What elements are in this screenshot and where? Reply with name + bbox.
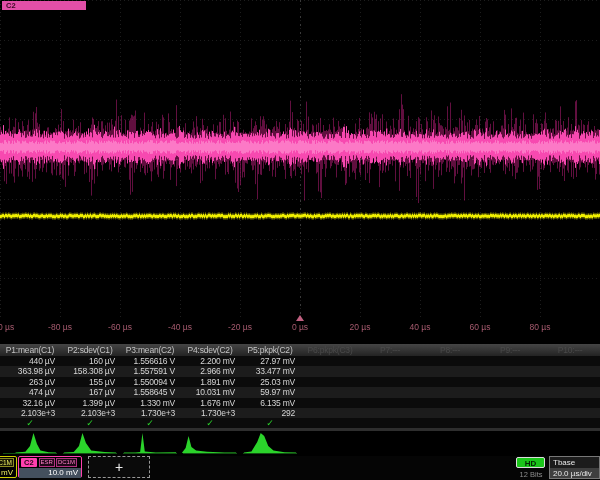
measure-cell-P10-value: [540, 356, 600, 366]
measure-cell-P6-num: [300, 408, 360, 418]
measure-header-P10[interactable]: P10:---: [540, 344, 600, 356]
measure-cell-P6-min: [300, 377, 360, 387]
measure-header-P5[interactable]: P5:pkpk(C2): [240, 344, 300, 356]
measure-cell-P4-mean: 2.966 mV: [180, 366, 240, 376]
measure-row-mean: 363.98 µV158.308 µV1.557591 V2.966 mV33.…: [0, 366, 600, 376]
measure-cell-P9-value: [480, 356, 540, 366]
measure-status-P7: [360, 418, 420, 428]
measure-cell-P8-num: [420, 408, 480, 418]
timebase-label: Tbase: [550, 457, 599, 468]
measure-cell-P2-value: 160 µV: [60, 356, 120, 366]
c2-coupling-tag: DC1M: [56, 458, 77, 467]
measure-header-P3[interactable]: P3:mean(C2): [120, 344, 180, 356]
time-axis-label: 40 µs: [410, 322, 431, 332]
measure-cell-P3-num: 1.730e+3: [120, 408, 180, 418]
add-trace-button[interactable]: +: [88, 456, 150, 478]
hd-mode-button[interactable]: HD: [516, 457, 545, 468]
measure-cell-P10-mean: [540, 366, 600, 376]
measure-cell-P2-sdev: 1.399 µV: [60, 398, 120, 408]
measure-cell-P7-max: [360, 387, 420, 397]
measure-row-num: 2.103e+32.103e+31.730e+31.730e+3292: [0, 408, 600, 418]
measure-cell-P6-value: [300, 356, 360, 366]
measure-cell-P4-value: 2.200 mV: [180, 356, 240, 366]
measure-cell-P1-num: 2.103e+3: [0, 408, 60, 418]
measure-header-P6[interactable]: P6:pkpk(C3): [300, 344, 360, 356]
time-axis-label: 0 µs: [292, 322, 308, 332]
measure-row-status: ✓✓✓✓✓: [0, 418, 600, 428]
bottom-bar: C1 DC1M 10.0 mV C2 ESR DC1M 10.0 mV + HD…: [0, 456, 600, 480]
time-axis-label: -40 µs: [168, 322, 192, 332]
measure-header-P8[interactable]: P8:---: [420, 344, 480, 356]
measure-cell-P5-min: 25.03 mV: [240, 377, 300, 387]
trigger-position-marker: [296, 315, 304, 321]
measure-cell-P5-max: 59.97 mV: [240, 387, 300, 397]
measure-cell-P9-max: [480, 387, 540, 397]
measure-cell-P1-mean: 363.98 µV: [0, 366, 60, 376]
c2-trace-label[interactable]: C2: [2, 1, 86, 10]
measure-status-P5: ✓: [240, 418, 300, 428]
c2-descriptor-box[interactable]: C2 ESR DC1M 10.0 mV: [18, 456, 82, 478]
measure-cell-P9-mean: [480, 366, 540, 376]
c1-coupling-tag: DC1M: [0, 458, 14, 467]
c2-vdiv-value: 10.0 mV: [19, 468, 81, 478]
measure-cell-P7-min: [360, 377, 420, 387]
measure-status-P10: [540, 418, 600, 428]
measure-cell-P6-sdev: [300, 398, 360, 408]
measure-cell-P2-max: 167 µV: [60, 387, 120, 397]
measure-row-sdev: 32.16 µV1.399 µV1.330 mV1.676 mV6.135 mV: [0, 398, 600, 408]
c2-channel-badge: C2: [21, 458, 37, 467]
measure-cell-P7-mean: [360, 366, 420, 376]
time-axis-label: -100 µs: [0, 322, 14, 332]
timebase-box[interactable]: Tbase 20.0 µs/div: [549, 456, 600, 479]
measure-header-P1[interactable]: P1:mean(C1): [0, 344, 60, 356]
time-axis-label: 80 µs: [530, 322, 551, 332]
measure-cell-P9-min: [480, 377, 540, 387]
measure-header-P9[interactable]: P9:---: [480, 344, 540, 356]
measure-header-row: P1:mean(C1)P2:sdev(C1)P3:mean(C2)P4:sdev…: [0, 344, 600, 356]
measure-cell-P7-value: [360, 356, 420, 366]
measure-cell-P9-sdev: [480, 398, 540, 408]
measure-cell-P6-mean: [300, 366, 360, 376]
waveform-display[interactable]: [0, 0, 600, 318]
time-axis-label: 20 µs: [350, 322, 371, 332]
time-axis-label: -60 µs: [108, 322, 132, 332]
measure-status-P3: ✓: [120, 418, 180, 428]
time-axis: -100 µs-80 µs-60 µs-40 µs-20 µs0 µs20 µs…: [0, 318, 600, 344]
measure-status-P1: ✓: [0, 418, 60, 428]
measure-cell-P3-value: 1.556616 V: [120, 356, 180, 366]
measure-table: P1:mean(C1)P2:sdev(C1)P3:mean(C2)P4:sdev…: [0, 344, 600, 431]
time-axis-label: 60 µs: [470, 322, 491, 332]
oscilloscope-screen: C2 -100 µs-80 µs-60 µs-40 µs-20 µs0 µs20…: [0, 0, 600, 480]
measure-cell-P3-sdev: 1.330 mV: [120, 398, 180, 408]
measure-cell-P1-min: 263 µV: [0, 377, 60, 387]
measure-cell-P8-value: [420, 356, 480, 366]
measure-cell-P10-min: [540, 377, 600, 387]
measure-row-max: 474 µV167 µV1.558645 V10.031 mV59.97 mV: [0, 387, 600, 397]
measure-header-P7[interactable]: P7:---: [360, 344, 420, 356]
measure-status-P6: [300, 418, 360, 428]
measure-header-P4[interactable]: P4:sdev(C2): [180, 344, 240, 356]
c1-descriptor-box[interactable]: C1 DC1M 10.0 mV: [0, 456, 17, 478]
measure-cell-P6-max: [300, 387, 360, 397]
measure-cell-P7-sdev: [360, 398, 420, 408]
measure-cell-P8-max: [420, 387, 480, 397]
hd-bits-label: 12 Bits: [513, 470, 549, 479]
measure-cell-P2-min: 155 µV: [60, 377, 120, 387]
measure-cell-P4-num: 1.730e+3: [180, 408, 240, 418]
measure-cell-P2-mean: 158.308 µV: [60, 366, 120, 376]
measure-header-P2[interactable]: P2:sdev(C1): [60, 344, 120, 356]
measure-cell-P1-value: 440 µV: [0, 356, 60, 366]
measure-status-P2: ✓: [60, 418, 120, 428]
measure-cell-P5-value: 27.97 mV: [240, 356, 300, 366]
measure-cell-P5-mean: 33.477 mV: [240, 366, 300, 376]
measure-cell-P2-num: 2.103e+3: [60, 408, 120, 418]
timebase-value: 20.0 µs/div: [550, 468, 599, 479]
measure-cell-P1-sdev: 32.16 µV: [0, 398, 60, 408]
measure-cell-P3-max: 1.558645 V: [120, 387, 180, 397]
measure-cell-P9-num: [480, 408, 540, 418]
measure-histicons[interactable]: [0, 431, 600, 456]
measure-status-P8: [420, 418, 480, 428]
measure-row-value: 440 µV160 µV1.556616 V2.200 mV27.97 mV: [0, 356, 600, 366]
measure-cell-P3-mean: 1.557591 V: [120, 366, 180, 376]
measure-cell-P8-min: [420, 377, 480, 387]
